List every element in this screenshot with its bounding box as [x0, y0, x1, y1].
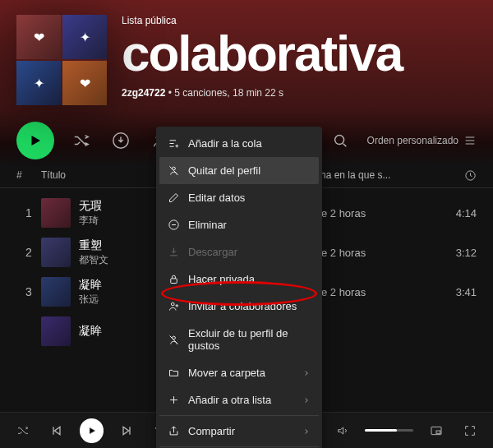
track-name: 重塑 — [79, 238, 108, 253]
track-name: 无瑕 — [79, 199, 102, 214]
menu-item-add[interactable]: Añadir a otra lista — [159, 386, 319, 413]
track-thumbnail — [41, 198, 71, 228]
track-artist[interactable]: 都智文 — [79, 253, 108, 267]
volume-button[interactable] — [331, 419, 353, 442]
col-index: # — [16, 169, 41, 184]
menu-item-label: Mover a carpeta — [188, 367, 265, 379]
svg-rect-12 — [436, 431, 440, 433]
menu-item-label: Excluir de tu perfil de gustos — [188, 327, 311, 352]
menu-item-label: Hacer privada — [188, 273, 255, 285]
context-menu: Añadir a la colaQuitar del perfilEditar … — [156, 127, 322, 448]
menu-item-label: Compartir — [188, 425, 235, 437]
fullscreen-button[interactable] — [459, 419, 481, 442]
volume-slider[interactable] — [365, 429, 413, 432]
svg-point-2 — [334, 136, 343, 145]
menu-item-label: Editar datos — [188, 192, 245, 204]
play-pause-button[interactable] — [80, 418, 104, 443]
sort-dropdown[interactable]: Orden personalizado — [367, 134, 477, 147]
menu-item-edit[interactable]: Editar datos — [159, 184, 319, 211]
queue-icon — [168, 137, 180, 150]
track-duration: 3:12 — [456, 247, 477, 259]
track-date: hace 2 horas — [304, 247, 427, 259]
menu-item-folder[interactable]: Mover a carpeta — [159, 359, 319, 386]
track-date: hace 2 horas — [304, 286, 427, 298]
menu-item-remove-profile[interactable]: Quitar del perfil — [159, 157, 319, 184]
track-thumbnail — [41, 316, 71, 346]
download-button[interactable] — [108, 128, 133, 153]
next-button[interactable] — [115, 419, 137, 442]
chevron-right-icon — [302, 396, 311, 404]
track-number: 1 — [16, 206, 41, 219]
remove-profile-icon — [168, 164, 180, 177]
delete-icon — [168, 219, 180, 231]
playlist-meta: 2zg24722 • 5 canciones, 18 min 22 s — [122, 87, 477, 99]
playlist-title: colaborativa — [122, 28, 477, 79]
menu-item-queue[interactable]: Añadir a la cola — [159, 130, 319, 157]
menu-item-label: Descargar — [188, 246, 237, 258]
menu-item-invite[interactable]: Invitar a colaboradores — [159, 293, 319, 320]
col-date: Fecha en la que s... — [304, 169, 427, 184]
playlist-owner[interactable]: 2zg24722 — [122, 87, 165, 99]
track-artist[interactable]: 张远 — [79, 293, 102, 307]
playlist-header: ❤✦✦❤ Lista pública colaborativa 2zg24722… — [0, 0, 493, 110]
col-duration — [464, 169, 477, 184]
menu-item-exclude[interactable]: Excluir de tu perfil de gustos — [159, 320, 319, 359]
menu-item-delete[interactable]: Eliminar — [159, 211, 319, 238]
track-name: 凝眸 — [79, 278, 102, 293]
play-button[interactable] — [16, 122, 54, 159]
menu-item-label: Eliminar — [188, 219, 227, 231]
playlist-cover[interactable]: ❤✦✦❤ — [16, 15, 107, 105]
svg-rect-6 — [171, 279, 177, 284]
track-duration: 4:14 — [456, 207, 477, 219]
menu-item-lock[interactable]: Hacer privada — [159, 266, 319, 293]
miniplayer-button[interactable] — [425, 419, 447, 442]
track-number: 3 — [16, 285, 41, 298]
track-duration: 3:41 — [456, 286, 477, 298]
previous-button[interactable] — [45, 419, 67, 442]
edit-icon — [168, 192, 180, 204]
download-icon — [168, 246, 180, 258]
menu-item-label: Quitar del perfil — [188, 164, 260, 177]
svg-point-7 — [171, 303, 174, 306]
track-thumbnail — [41, 238, 71, 267]
chevron-right-icon — [302, 369, 311, 377]
track-number: 2 — [16, 246, 41, 259]
menu-item-label: Añadir a otra lista — [188, 394, 271, 406]
track-name: 凝眸 — [79, 324, 102, 339]
lock-icon — [168, 273, 180, 285]
exclude-icon — [168, 334, 180, 346]
chevron-right-icon — [302, 427, 311, 436]
track-date: hace 2 horas — [304, 207, 427, 219]
search-in-playlist-button[interactable] — [328, 128, 352, 153]
share-icon — [168, 425, 180, 437]
add-icon — [168, 394, 180, 406]
shuffle-button[interactable] — [12, 419, 34, 442]
menu-item-share[interactable]: Compartir — [159, 418, 319, 445]
menu-item-label: Invitar a colaboradores — [188, 300, 297, 312]
track-thumbnail — [41, 277, 71, 307]
shuffle-button[interactable] — [69, 128, 94, 153]
track-artist[interactable]: 李琦 — [79, 214, 102, 228]
invite-icon — [168, 300, 180, 312]
menu-item-label: Añadir a la cola — [188, 137, 262, 150]
menu-item-download: Descargar — [159, 238, 319, 266]
folder-icon — [168, 367, 180, 379]
